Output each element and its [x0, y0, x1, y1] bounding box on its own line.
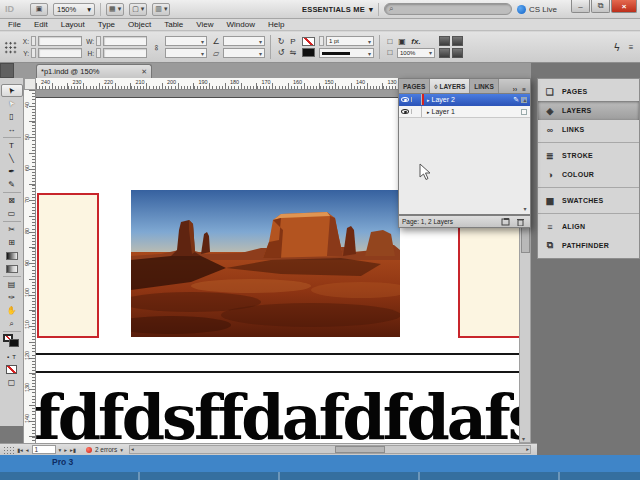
cs-live-button[interactable]: CS Live: [517, 5, 557, 14]
paragraph-direction-label[interactable]: P: [288, 37, 298, 46]
center-content-button[interactable]: [452, 48, 463, 58]
fill-frame-proportionally-button[interactable]: [439, 36, 450, 46]
x-stepper[interactable]: [31, 36, 36, 46]
reference-point-proxy[interactable]: [4, 41, 17, 54]
zoom-level-combo[interactable]: 150% ▾: [53, 3, 95, 16]
dock-button-swatches[interactable]: ▦SWATCHES: [538, 191, 639, 210]
minimize-button[interactable]: –: [571, 0, 590, 13]
menu-item-window[interactable]: Window: [227, 20, 255, 29]
gradient-swatch-tool[interactable]: [1, 249, 23, 262]
shear-angle-combo[interactable]: ▾: [223, 48, 265, 58]
preflight-menu-chevron-icon[interactable]: ▾: [120, 447, 123, 453]
placed-photo-monument-valley[interactable]: [131, 190, 400, 337]
h-field[interactable]: [103, 48, 147, 58]
note-tool[interactable]: ▤: [1, 278, 23, 291]
expand-arrow-icon[interactable]: ▸: [427, 97, 430, 103]
h-stepper[interactable]: [96, 48, 101, 58]
constrain-proportions-icon[interactable]: ∞: [152, 42, 161, 52]
last-page-button[interactable]: ▸▮: [70, 447, 76, 453]
close-button[interactable]: ×: [611, 0, 637, 13]
quick-apply-icon[interactable]: ϟ: [612, 42, 622, 53]
headline-text-frame[interactable]: fdfdsffdafdfdafs: [36, 381, 519, 443]
rectangle-tool[interactable]: ▭: [1, 207, 23, 220]
visibility-cell[interactable]: [399, 109, 412, 114]
rotate-cw-button[interactable]: ↻: [276, 37, 286, 46]
first-page-button[interactable]: ▮◂: [17, 447, 23, 453]
page-list-chevron-icon[interactable]: ▾: [59, 447, 62, 453]
horizontal-scroll-thumb[interactable]: [335, 446, 385, 453]
tab-links[interactable]: LINKS: [470, 79, 499, 93]
delete-layer-icon[interactable]: [517, 218, 524, 226]
document-tab[interactable]: *p1.indd @ 150% ✕: [36, 64, 152, 78]
select-container-icon[interactable]: □: [385, 37, 395, 46]
view-options-button[interactable]: ▦▾: [106, 3, 124, 16]
fill-swatch-icon[interactable]: [9, 339, 19, 347]
layer-row[interactable]: ▸Layer 1: [399, 106, 530, 118]
video-timeline-strip[interactable]: [0, 472, 640, 480]
w-stepper[interactable]: [96, 36, 101, 46]
scroll-down-icon[interactable]: ▾: [522, 435, 525, 442]
search-input[interactable]: ⌕: [384, 3, 512, 15]
w-field[interactable]: [103, 36, 147, 46]
y-stepper[interactable]: [31, 48, 36, 58]
page-tool[interactable]: ▯: [1, 110, 23, 123]
menu-item-object[interactable]: Object: [128, 20, 151, 29]
page-number-field[interactable]: 1: [32, 445, 56, 454]
left-frame-rect[interactable]: [37, 193, 99, 338]
free-transform-tool[interactable]: ⊞: [1, 236, 23, 249]
scroll-right-icon[interactable]: ▸: [526, 446, 529, 452]
next-page-button[interactable]: ▸: [64, 447, 67, 453]
lock-cell[interactable]: [412, 106, 422, 117]
scissors-tool[interactable]: ✂: [1, 223, 23, 236]
layers-scrollbar[interactable]: ▴ ▾: [521, 96, 529, 212]
gradient-feather-tool[interactable]: [1, 262, 23, 275]
fill-color-swatch[interactable]: [302, 48, 315, 57]
scroll-up-icon[interactable]: ▴: [523, 97, 526, 103]
previous-page-button[interactable]: ◂: [26, 447, 29, 453]
rotation-angle-combo[interactable]: ▾: [223, 36, 265, 46]
scroll-down-icon[interactable]: ▾: [521, 205, 529, 212]
bridge-button[interactable]: ▣: [30, 3, 48, 16]
workspace-switcher[interactable]: ESSENTIALS ME ▾: [302, 5, 373, 14]
stroke-weight-stepper[interactable]: [319, 36, 324, 46]
tab-pages[interactable]: PAGES: [399, 79, 430, 93]
screen-mode-button[interactable]: ▢▾: [129, 3, 147, 16]
panel-menu-icon[interactable]: ≡: [522, 86, 526, 93]
pencil-tool[interactable]: ✎: [1, 178, 23, 191]
line-tool[interactable]: ╲: [1, 152, 23, 165]
visibility-cell[interactable]: [399, 97, 412, 102]
menu-item-view[interactable]: View: [196, 20, 213, 29]
screen-mode-button[interactable]: ▢: [1, 376, 23, 389]
rectangle-frame-tool[interactable]: ⊠: [1, 194, 23, 207]
layer-row[interactable]: ▸Layer 2✎: [399, 94, 530, 106]
stroke-color-swatch[interactable]: [302, 37, 315, 46]
preflight-errors-label[interactable]: 2 errors: [95, 446, 117, 453]
hand-tool[interactable]: ✋: [1, 304, 23, 317]
selection-tool[interactable]: ➤: [1, 84, 23, 97]
collapse-panels-icon[interactable]: ››: [513, 86, 517, 93]
menu-item-edit[interactable]: Edit: [34, 20, 48, 29]
dock-button-pages[interactable]: ❏PAGES: [538, 82, 639, 101]
ruler-origin-corner[interactable]: [24, 78, 36, 90]
eyedropper-tool[interactable]: ✑: [1, 291, 23, 304]
menu-item-file[interactable]: File: [8, 20, 21, 29]
gap-tool[interactable]: ↔: [1, 123, 23, 136]
opacity-combo[interactable]: 100%▾: [397, 48, 435, 58]
fit-content-proportionally-button[interactable]: [452, 36, 463, 46]
direct-selection-tool[interactable]: ➤: [1, 97, 23, 110]
dock-button-colour[interactable]: ◑COLOUR: [538, 165, 639, 184]
type-tool[interactable]: T: [1, 139, 23, 152]
scale-x-combo[interactable]: ▾: [165, 36, 207, 46]
formatting-row[interactable]: ▪T: [1, 350, 23, 363]
dock-button-pathfinder[interactable]: ⧉PATHFINDER: [538, 236, 639, 255]
scroll-left-icon[interactable]: ◂: [131, 446, 134, 452]
scale-y-combo[interactable]: ▾: [165, 48, 207, 58]
apply-none-button[interactable]: [1, 363, 23, 376]
panel-menu-icon[interactable]: ≡: [626, 43, 636, 52]
menu-item-layout[interactable]: Layout: [61, 20, 85, 29]
arrange-documents-button[interactable]: ▥▾: [152, 3, 170, 16]
tab-layers[interactable]: ◊LAYERS: [430, 79, 470, 93]
dock-button-layers[interactable]: ◈LAYERS: [538, 101, 639, 120]
toolbox-header[interactable]: [0, 63, 14, 78]
rotate-ccw-button[interactable]: ↺: [276, 48, 286, 57]
